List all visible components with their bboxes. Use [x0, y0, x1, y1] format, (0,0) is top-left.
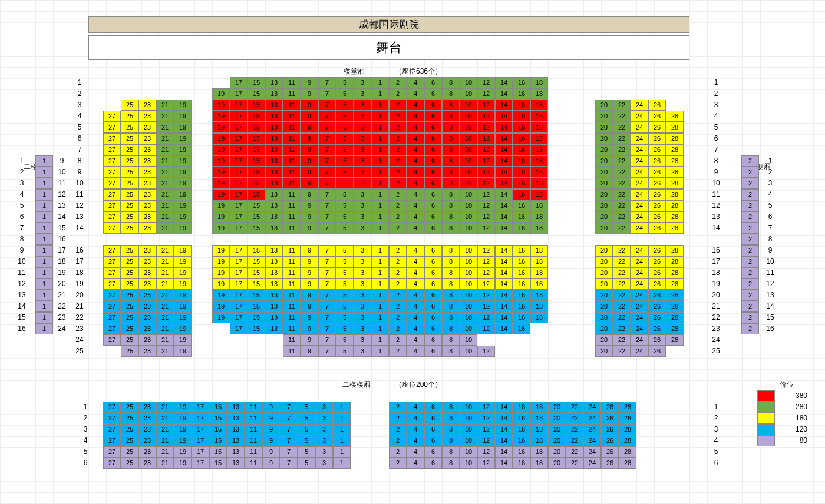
seat[interactable]: 17 [230, 88, 248, 100]
seat[interactable]: 2 [741, 223, 759, 234]
seat[interactable]: 16 [513, 278, 530, 290]
seat[interactable]: 2 [741, 301, 759, 312]
seat[interactable]: 15 [248, 122, 265, 133]
seat[interactable]: 4 [407, 178, 424, 189]
seat[interactable]: 8 [442, 211, 460, 223]
seat[interactable]: 24 [631, 346, 648, 357]
seat[interactable]: 10 [460, 200, 477, 211]
seat[interactable]: 5 [298, 424, 315, 435]
seat[interactable]: 27 [103, 312, 121, 323]
seat[interactable]: 6 [424, 77, 442, 88]
seat[interactable]: 2 [741, 278, 759, 290]
seat[interactable]: 14 [495, 223, 513, 234]
seat[interactable]: 6 [424, 457, 442, 469]
seat[interactable]: 14 [495, 211, 513, 223]
seat[interactable]: 17 [230, 312, 248, 323]
seat[interactable]: 19 [174, 155, 192, 167]
seat[interactable]: 28 [666, 312, 684, 323]
seat[interactable]: 19 [212, 144, 230, 155]
seat[interactable]: 8 [442, 77, 460, 88]
seat[interactable]: 6 [424, 211, 442, 223]
seat[interactable]: 1 [371, 144, 389, 155]
seat[interactable]: 23 [138, 278, 156, 290]
seat[interactable]: 19 [174, 100, 192, 111]
seat[interactable]: 10 [460, 211, 477, 223]
seat[interactable]: 9 [301, 211, 318, 223]
seat[interactable]: 20 [595, 301, 613, 312]
seat[interactable]: 22 [566, 402, 583, 413]
seat[interactable]: 20 [595, 245, 613, 256]
seat[interactable]: 21 [156, 435, 174, 446]
seat[interactable]: 16 [513, 457, 530, 469]
seat[interactable]: 25 [121, 245, 138, 256]
seat[interactable]: 27 [103, 278, 121, 290]
seat[interactable]: 3 [354, 167, 371, 178]
seat[interactable]: 15 [248, 178, 265, 189]
seat[interactable]: 19 [174, 301, 192, 312]
seat[interactable]: 21 [156, 346, 174, 357]
seat[interactable]: 10 [460, 457, 477, 469]
seat[interactable]: 8 [442, 200, 460, 211]
seat[interactable]: 17 [230, 100, 248, 111]
seat[interactable]: 20 [595, 223, 613, 234]
seat[interactable]: 13 [265, 178, 283, 189]
seat[interactable]: 21 [156, 245, 174, 256]
seat[interactable]: 24 [631, 111, 648, 122]
seat[interactable]: 3 [354, 200, 371, 211]
seat[interactable]: 24 [631, 334, 648, 346]
seat[interactable]: 2 [389, 100, 407, 111]
seat[interactable]: 13 [265, 290, 283, 301]
seat[interactable]: 8 [442, 100, 460, 111]
seat[interactable]: 5 [336, 155, 354, 167]
seat[interactable]: 26 [648, 189, 666, 200]
seat[interactable]: 17 [230, 122, 248, 133]
seat[interactable]: 3 [354, 133, 371, 144]
seat[interactable]: 4 [407, 413, 424, 424]
seat[interactable]: 24 [631, 133, 648, 144]
seat[interactable]: 12 [477, 223, 495, 234]
seat[interactable]: 23 [138, 446, 156, 457]
seat[interactable]: 27 [103, 256, 121, 267]
seat[interactable]: 18 [530, 200, 548, 211]
seat[interactable]: 24 [631, 200, 648, 211]
seat[interactable]: 27 [103, 457, 121, 469]
seat[interactable]: 24 [631, 301, 648, 312]
seat[interactable]: 27 [103, 290, 121, 301]
seat[interactable]: 14 [495, 167, 513, 178]
seat[interactable]: 10 [460, 167, 477, 178]
seat[interactable]: 23 [138, 334, 156, 346]
seat[interactable]: 7 [318, 278, 336, 290]
seat[interactable]: 1 [371, 346, 389, 357]
seat[interactable]: 21 [156, 100, 174, 111]
seat[interactable]: 15 [209, 413, 227, 424]
seat[interactable]: 6 [424, 446, 442, 457]
seat[interactable]: 5 [336, 223, 354, 234]
seat[interactable]: 7 [318, 245, 336, 256]
seat[interactable]: 1 [35, 155, 53, 167]
seat[interactable]: 11 [283, 334, 301, 346]
seat[interactable]: 25 [121, 144, 138, 155]
seat[interactable]: 19 [174, 223, 192, 234]
seat[interactable]: 16 [513, 424, 530, 435]
seat[interactable]: 18 [530, 446, 548, 457]
seat[interactable]: 1 [371, 167, 389, 178]
seat[interactable]: 25 [121, 122, 138, 133]
seat[interactable]: 19 [212, 167, 230, 178]
seat[interactable]: 14 [495, 200, 513, 211]
seat[interactable]: 8 [442, 178, 460, 189]
seat[interactable]: 8 [442, 133, 460, 144]
seat[interactable]: 7 [318, 155, 336, 167]
seat[interactable]: 3 [354, 290, 371, 301]
seat[interactable]: 15 [248, 267, 265, 278]
seat[interactable]: 7 [280, 435, 298, 446]
seat[interactable]: 4 [407, 155, 424, 167]
seat[interactable]: 2 [389, 301, 407, 312]
seat[interactable]: 15 [248, 155, 265, 167]
seat[interactable]: 10 [460, 323, 477, 334]
seat[interactable]: 3 [354, 278, 371, 290]
seat[interactable]: 11 [245, 402, 262, 413]
seat[interactable]: 28 [666, 155, 684, 167]
seat[interactable]: 19 [212, 88, 230, 100]
seat[interactable]: 25 [121, 323, 138, 334]
seat[interactable]: 17 [230, 256, 248, 267]
